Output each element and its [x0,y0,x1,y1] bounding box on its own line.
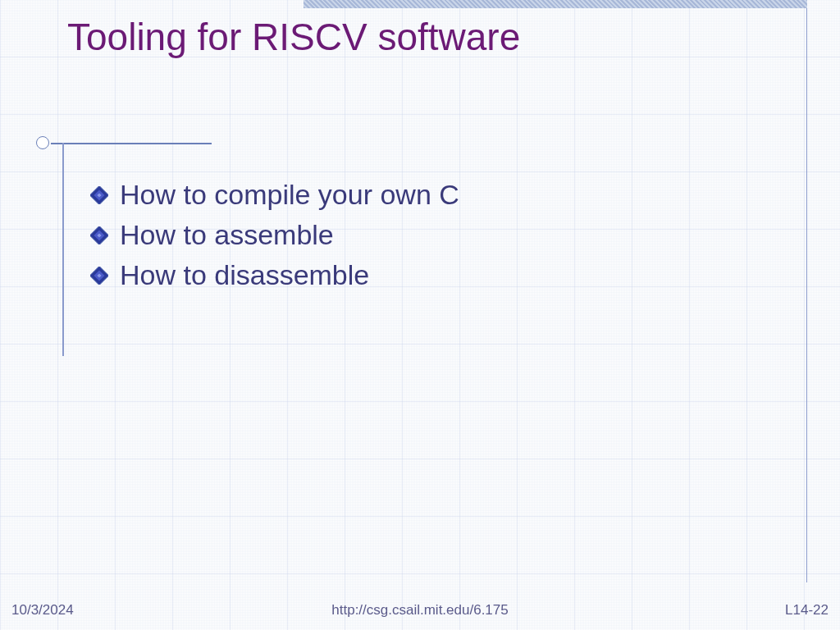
list-item: How to compile your own C [90,179,459,211]
divider-circle-icon [36,136,49,149]
top-pattern-bar [304,0,807,8]
title-divider [36,135,200,151]
bullet-text: How to compile your own C [120,179,459,211]
diamond-bullet-icon [90,267,108,285]
diamond-bullet-icon [90,226,108,244]
list-item: How to disassemble [90,259,459,291]
bullet-text: How to disassemble [120,259,369,291]
divider-horizontal-line [51,143,212,144]
footer-date: 10/3/2024 [11,602,74,619]
grid-background [0,0,840,630]
diamond-bullet-icon [90,186,108,204]
slide-title: Tooling for RISCV software [67,15,520,60]
bullet-list: How to compile your own C How to assembl… [90,179,459,299]
footer-page-number: L14-22 [785,602,829,619]
divider-vertical-right [806,8,808,582]
list-item: How to assemble [90,219,459,251]
bullet-text: How to assemble [120,219,334,251]
divider-vertical-left [62,143,64,356]
footer-url: http://csg.csail.mit.edu/6.175 [331,602,508,619]
